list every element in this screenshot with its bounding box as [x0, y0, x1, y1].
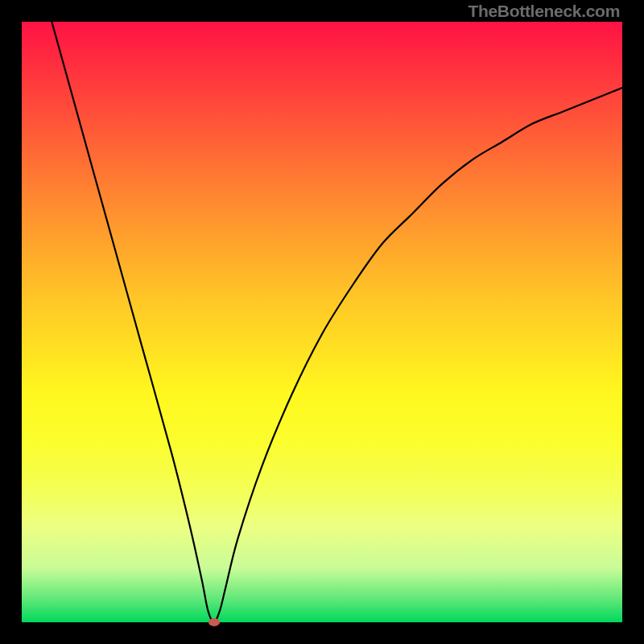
optimal-point-marker: [208, 618, 220, 626]
plot-area: [22, 22, 622, 622]
watermark-text: TheBottleneck.com: [468, 2, 620, 21]
chart-frame: TheBottleneck.com: [0, 0, 644, 644]
bottleneck-curve: [22, 22, 622, 622]
